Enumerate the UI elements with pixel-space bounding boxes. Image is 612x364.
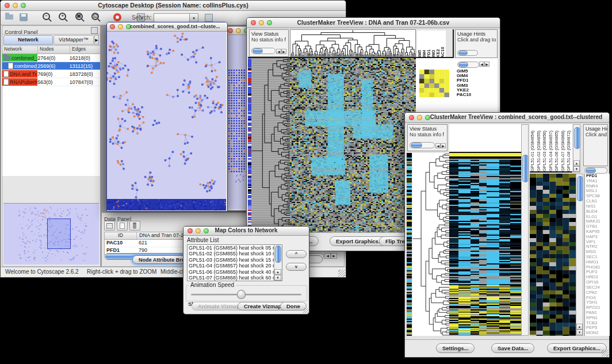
hscroll-thumb[interactable] [458,51,468,55]
col-header-nodes[interactable]: Nodes [38,46,70,53]
vscroll-up-button[interactable]: ▲ [576,324,583,329]
gene-label[interactable]: MSI1 [586,250,610,255]
zoom-in-button[interactable]: + [58,12,68,22]
vscroll-down-button[interactable]: ▼ [274,275,281,281]
speed-slider-track[interactable] [191,294,301,296]
move-up-button[interactable]: ^ [286,250,307,258]
network-row-dna-tran[interactable]: DNA and Tran 07 769(0) 183728(0) [2,70,100,78]
network-row-combined-sco-selected[interactable]: combined_sco 2569(6) 13112(15) [2,62,100,70]
vscroll-thumb[interactable] [275,246,281,263]
tv2-main-vscrollbar[interactable] [521,124,529,336]
gene-label[interactable]: SEC1 [586,255,610,260]
tv2-labels-vscrollbar[interactable]: ▲ ▼ [573,124,580,173]
gene-label[interactable]: RNR4 [586,184,610,189]
save-button[interactable] [18,12,29,22]
minimize-button[interactable] [236,28,241,33]
main-titlebar[interactable]: Cytoscape Desktop (Session Name: collins… [1,1,346,11]
main-resize-grip[interactable] [338,270,345,277]
speed-slider-thumb[interactable] [237,290,246,299]
gene-label[interactable]: CPA2 [586,290,610,296]
dialog-resize-grip[interactable] [303,308,308,313]
gene-label[interactable]: HRD3 [586,275,610,280]
tab-network[interactable]: Network [3,35,53,45]
vscroll-thumb[interactable] [574,127,580,149]
gene-label[interactable]: MSL1 [586,189,610,194]
list-vscrollbar[interactable]: ▲ ▼ [274,245,282,281]
gene-label[interactable]: MON2 [586,331,610,336]
hscroll-left-button[interactable]: ◀ [435,143,441,148]
gene-label[interactable]: FIG4 [586,296,610,301]
network-overview-panel[interactable] [3,203,99,265]
column-label[interactable]: GPL51-01 (GSM854) [530,131,536,171]
hscroll-right-button[interactable]: ▶ [484,62,489,67]
hscroll-right-button[interactable]: ▶ [281,49,286,54]
export-graphics-button[interactable]: Export Graphics... [547,343,607,353]
gene-label[interactable]: SPC98 [586,194,610,199]
delete-attribute-button[interactable] [129,221,140,231]
done-button[interactable]: Done [280,302,307,311]
tv2-heatmap[interactable] [449,153,521,336]
gene-label[interactable]: ELG1 [586,214,610,220]
help-button[interactable] [112,12,123,22]
column-label[interactable]: GPL51-08 (GSM872) [566,131,572,171]
gene-label[interactable]: SEC24 [586,285,610,290]
tv1-row-dendrogram[interactable] [251,58,290,233]
gene-label[interactable]: HAP3 [586,235,610,240]
tab-vizmapper[interactable]: VizMapper™ [53,35,94,45]
hscroll-thumb[interactable] [253,48,263,53]
hscroll-left-button[interactable]: ◀ [276,49,281,54]
tv1-column-dendrogram[interactable] [290,30,415,56]
vscroll-up-button[interactable]: ▲ [573,160,580,166]
vscroll-thumb[interactable] [577,176,583,201]
data-col-id[interactable]: ID [105,232,137,239]
tv2-zoom-vscrollbar[interactable]: ▲ ▼ [576,174,583,336]
attribute-item[interactable]: GPL51-06 (GSM865) heat shock 40 min [188,269,274,275]
gene-label[interactable]: CLN1 [586,199,610,204]
gene-label[interactable]: NTR2 [586,244,610,250]
hscroll-right-button[interactable]: ▶ [331,253,337,259]
dialog-titlebar[interactable]: Map Colors to Network [183,227,309,236]
minimize-button[interactable] [417,115,422,120]
attribute-select-button[interactable] [104,221,115,231]
vscroll-down-button[interactable]: ▼ [573,166,580,172]
close-button[interactable] [228,28,233,33]
zoom-out-button[interactable]: − [41,12,52,22]
new-attribute-button[interactable] [117,221,128,231]
save-data-button[interactable]: Save Data... [491,343,534,353]
tab-overflow-button[interactable]: ▶ [94,35,99,45]
gene-label[interactable]: YSH1 [586,300,610,305]
move-down-button[interactable]: v [286,263,307,271]
network-row-combined-scores[interactable]: combined_scores 2764(0) 16218(0) [2,54,100,62]
gene-label[interactable]: PHO81 [586,265,610,270]
attribute-item[interactable]: GPL51-07 (GSM868) heat shock 60 min [188,275,274,281]
gene-label[interactable]: PAN1 [586,311,610,316]
attribute-item[interactable]: GPL51-03 (GSM856) heat shock 15 min [188,257,274,263]
hscroll-thumb[interactable] [458,62,468,67]
gene-label[interactable]: RPO21 [586,305,610,311]
hscroll-left-button[interactable]: ◀ [324,253,331,259]
tv2-global-strip[interactable] [407,153,412,336]
search-input[interactable] [154,13,190,22]
tv2-status-hscroll[interactable] [410,142,435,148]
attribute-item[interactable]: GPL51-04 (GSM857) heat shock 20 min [188,263,274,269]
gene-label[interactable]: PAC10 [457,93,491,97]
gene-label[interactable]: PFD1 [586,174,610,179]
column-label[interactable]: GPL51-04 (GSM857) [548,131,554,171]
tv1-zoom-hscroll[interactable] [457,62,479,68]
column-label[interactable]: GPL51-06 (GSM865) [554,131,560,171]
attribute-item[interactable]: GPL51-02 (GSM855) heat shock 10 min [188,251,274,256]
gene-label[interactable]: MAK31 [586,219,610,224]
gene-label[interactable]: YRA1 [586,179,610,184]
tv1-titlebar[interactable]: ClusterMaker TreeView : DNA and Tran 07-… [247,18,500,28]
column-label[interactable]: GPL51-02 (GSM855) [536,131,542,171]
gene-label[interactable]: VIP1 [586,240,610,245]
gene-label[interactable]: GTB1 [586,224,610,229]
close-button[interactable] [110,24,115,29]
gene-label[interactable]: PUF3 [586,270,610,275]
net1-titlebar[interactable]: combined_scores_good.txt--cluste... [107,22,227,32]
gene-label[interactable]: RPN1 [586,316,610,321]
settings-button[interactable]: Settings... [436,343,475,353]
col-header-network[interactable]: Network [2,46,38,53]
hscroll-thumb[interactable] [586,168,596,173]
tv2-row-dendrogram[interactable] [412,153,449,336]
